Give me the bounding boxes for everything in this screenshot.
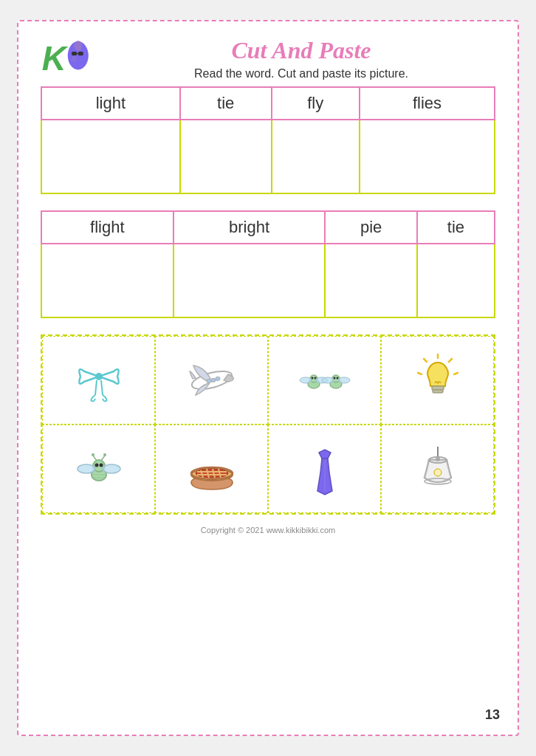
svg-line-40 — [101, 456, 105, 461]
word-cell: tie — [417, 211, 495, 244]
svg-point-16 — [300, 377, 312, 383]
word-cell: flies — [360, 87, 495, 120]
word-cell: bright — [173, 211, 326, 244]
svg-point-6 — [72, 55, 77, 62]
page-title: Cut And Paste — [107, 37, 495, 64]
svg-line-27 — [449, 359, 452, 362]
svg-line-9 — [101, 380, 103, 395]
svg-point-41 — [92, 453, 95, 456]
paste-cell — [180, 120, 272, 193]
word-row-1: light tie fly flies — [41, 87, 495, 120]
copyright: Copyright © 2021 www.kikkibikki.com — [41, 522, 495, 535]
svg-rect-32 — [433, 390, 443, 393]
svg-rect-3 — [72, 52, 77, 55]
svg-point-59 — [434, 469, 441, 476]
svg-point-42 — [103, 453, 106, 456]
paste-cell — [173, 244, 326, 317]
svg-point-7 — [95, 373, 103, 380]
word-cell: fly — [272, 87, 360, 120]
paste-cell — [41, 244, 173, 317]
svg-line-39 — [93, 456, 97, 461]
paste-cell — [360, 120, 495, 193]
header: K Cut And Paste Read the word. Cut and p… — [41, 36, 495, 80]
cut-row-1 — [42, 336, 494, 425]
paste-row-1 — [41, 120, 495, 193]
cut-cell-light-bulb — [381, 336, 494, 425]
cut-cell-airplane — [155, 336, 268, 425]
paste-cell — [417, 244, 495, 317]
word-cell: tie — [180, 87, 272, 120]
cut-row-2 — [42, 425, 494, 513]
svg-point-19 — [314, 377, 316, 379]
svg-point-24 — [333, 377, 335, 379]
svg-point-36 — [103, 464, 120, 473]
svg-rect-4 — [78, 52, 83, 55]
svg-point-38 — [99, 464, 103, 467]
svg-point-2 — [75, 41, 83, 51]
word-row-2: flight bright pie tie — [41, 211, 495, 244]
svg-point-47 — [196, 469, 228, 478]
page-number: 13 — [485, 707, 500, 723]
svg-point-60 — [436, 457, 440, 461]
logo: K — [41, 36, 92, 80]
cut-cell-pie — [155, 425, 268, 513]
cut-cell-ceiling-light — [381, 425, 494, 513]
svg-point-22 — [322, 377, 334, 383]
header-text: Cut And Paste Read the word. Cut and pas… — [107, 37, 495, 80]
svg-text:K: K — [42, 40, 69, 78]
word-cell: flight — [41, 211, 173, 244]
table-1: light tie fly flies — [41, 86, 495, 194]
svg-point-37 — [95, 464, 98, 467]
svg-point-18 — [311, 377, 313, 379]
svg-line-30 — [418, 373, 422, 374]
cut-section — [41, 334, 495, 515]
svg-line-28 — [454, 373, 458, 374]
paste-cell — [41, 120, 180, 193]
svg-point-23 — [338, 377, 350, 383]
paste-cell — [272, 120, 360, 193]
cut-cell-tie-bow — [42, 336, 155, 425]
svg-point-35 — [78, 464, 95, 473]
svg-point-25 — [336, 377, 338, 379]
worksheet-page: K Cut And Paste Read the word. Cut and p… — [17, 20, 519, 736]
word-cell: light — [41, 87, 180, 120]
cut-cell-flies — [268, 336, 381, 425]
paste-cell — [325, 244, 416, 317]
table-2: flight bright pie tie — [41, 210, 495, 318]
paste-row-2 — [41, 244, 495, 317]
page-subtitle: Read the word. Cut and paste its picture… — [107, 67, 495, 80]
svg-point-12 — [210, 378, 216, 382]
svg-line-8 — [95, 380, 97, 395]
word-cell: pie — [325, 211, 416, 244]
cut-cell-tie-neck — [268, 425, 381, 513]
svg-line-29 — [424, 359, 427, 362]
cut-cell-fly-single — [42, 425, 155, 513]
